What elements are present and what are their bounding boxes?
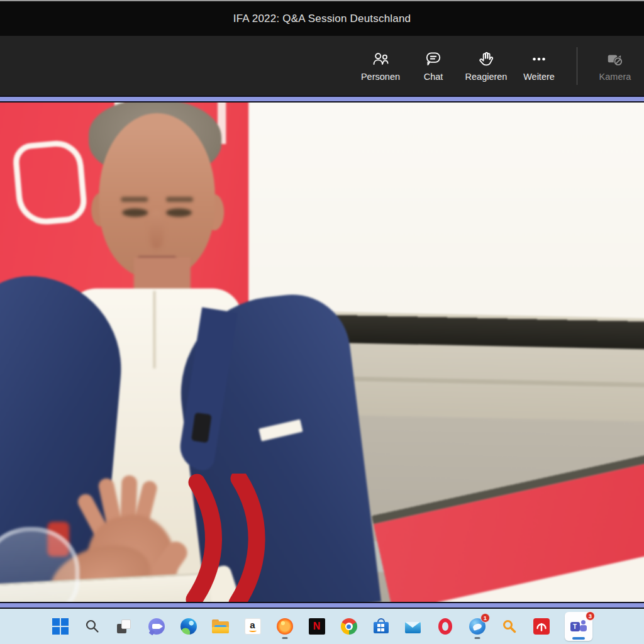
windows-start-icon: [52, 618, 69, 635]
personen-label: Personen: [361, 72, 400, 82]
video-frame-bottom: [0, 602, 644, 609]
netflix-icon: N: [309, 618, 325, 635]
taskbar-item-edge[interactable]: [180, 612, 197, 641]
weitere-button[interactable]: Weitere: [513, 50, 565, 82]
backdrop-logo-outline: [12, 138, 89, 226]
taskbar-item-teams-chat[interactable]: [148, 612, 165, 641]
teams-icon: T: [570, 618, 587, 635]
taskbar-item-search[interactable]: [84, 612, 101, 641]
toolbar-divider: [577, 47, 577, 85]
ifa-sign-text: IFA: [508, 596, 599, 602]
kamera-label: Kamera: [599, 72, 631, 82]
speaker-eyebrow: [121, 197, 148, 202]
speaker-eyebrow: [166, 197, 193, 202]
teams-meeting-window: IFA 2022: Q&A Session Deutschland Person…: [0, 0, 644, 644]
edge-icon: [180, 618, 197, 635]
raise-hand-icon: [477, 50, 496, 69]
task-view-icon: [116, 618, 133, 635]
reagieren-button[interactable]: Reagieren: [460, 50, 513, 82]
mail-icon: [405, 622, 421, 633]
orange-search-icon: [501, 618, 518, 635]
taskbar-item-avira[interactable]: [533, 612, 550, 641]
file-explorer-icon: [212, 619, 229, 635]
speaker-face: [99, 113, 215, 278]
quote-marks-overlay: [179, 474, 280, 602]
people-icon: [371, 50, 390, 69]
taskbar-item-opera[interactable]: [436, 612, 453, 641]
taskbar-item-windows-start[interactable]: [52, 612, 69, 641]
more-ellipsis-icon: [530, 50, 548, 69]
ifa-sign-label: IFA: [434, 554, 644, 602]
shirt-placket: [153, 291, 155, 369]
speaker-eye: [122, 208, 148, 216]
running-indicator: [474, 637, 480, 639]
taskbar-item-chrome[interactable]: [340, 612, 357, 641]
taskbar-item-teams[interactable]: T 3: [565, 612, 592, 641]
chat-label: Chat: [424, 72, 443, 82]
taskbar-item-microsoft-store[interactable]: [372, 612, 389, 641]
notification-badge: 3: [586, 611, 595, 621]
taskbar: a N 1: [0, 609, 644, 644]
speaker-nose: [149, 209, 164, 248]
window-title: IFA 2022: Q&A Session Deutschland: [233, 13, 411, 25]
video-scene: IFA: [0, 103, 644, 602]
running-indicator: [282, 637, 287, 639]
reagieren-label: Reagieren: [465, 72, 508, 82]
taskbar-item-file-explorer[interactable]: [212, 612, 229, 641]
weitere-label: Weitere: [523, 72, 555, 82]
taskbar-item-task-view[interactable]: [116, 612, 133, 641]
avira-icon: [533, 618, 550, 635]
chrome-icon: [341, 618, 357, 635]
teams-chat-icon: [148, 618, 165, 635]
active-indicator: [572, 637, 585, 640]
chat-button[interactable]: Chat: [407, 50, 460, 82]
taskbar-item-netflix[interactable]: N: [308, 612, 325, 641]
titlebar[interactable]: IFA 2022: Q&A Session Deutschland: [0, 0, 644, 36]
video-feed[interactable]: IFA: [0, 103, 644, 602]
camera-off-icon: [606, 50, 625, 69]
search-icon: [84, 618, 101, 635]
kamera-button[interactable]: Kamera: [589, 50, 641, 82]
taskbar-item-firefox[interactable]: [276, 612, 293, 641]
taskbar-item-thunderbird[interactable]: 1: [469, 612, 486, 641]
taskbar-item-search-orange[interactable]: [501, 612, 518, 641]
opera-icon: [438, 618, 452, 635]
microsoft-store-icon: [373, 618, 389, 635]
meeting-toolbar: Personen Chat Reagieren Weite: [0, 36, 644, 96]
personen-button[interactable]: Personen: [354, 50, 407, 82]
amazon-icon: a: [245, 618, 261, 635]
taskbar-item-mail[interactable]: [404, 612, 421, 641]
chat-icon: [424, 50, 443, 69]
firefox-icon: [277, 618, 293, 635]
notification-badge: 1: [480, 613, 490, 623]
video-frame-top: [0, 96, 644, 103]
teams-active-highlight: T 3: [565, 612, 592, 641]
taskbar-item-amazon[interactable]: a: [244, 612, 261, 641]
speaker-eye: [166, 208, 192, 216]
